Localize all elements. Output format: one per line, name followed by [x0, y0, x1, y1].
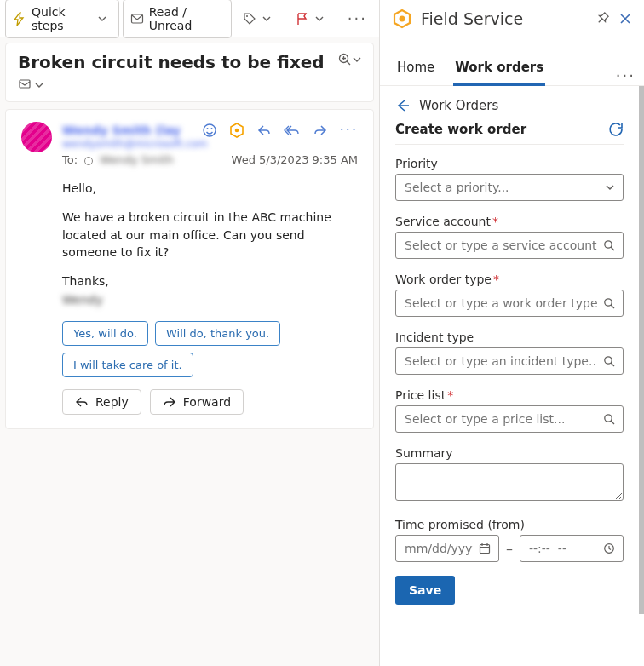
body-paragraph: We have a broken circuit in the ABC mach…: [62, 209, 358, 261]
breadcrumb: Work Orders: [395, 98, 624, 113]
reply-icon[interactable]: [256, 123, 272, 138]
message-timestamp: Wed 5/3/2023 9:35 AM: [232, 153, 358, 166]
toolbar-more-button[interactable]: ···: [341, 4, 374, 32]
chevron-down-icon: [353, 55, 361, 64]
zoom-button[interactable]: [337, 52, 361, 67]
smile-icon[interactable]: [202, 123, 217, 138]
message-card: Wendy Smith (lay: [5, 109, 374, 429]
email-toolbar: Quick steps Read / Unread: [0, 0, 379, 37]
flag-icon: [295, 11, 310, 26]
svg-point-1: [246, 15, 248, 17]
summary-textarea[interactable]: [395, 463, 624, 501]
work-order-type-input[interactable]: [395, 290, 624, 317]
field-service-panel: Field Service ··· Home Work orders Work …: [380, 0, 644, 666]
summary-label: Summary: [395, 446, 624, 460]
chevron-down-icon[interactable]: [35, 81, 50, 89]
lightning-icon: [13, 11, 26, 26]
suggested-reply[interactable]: Will do, thank you.: [155, 321, 280, 346]
sender-email: wendysmith@microsoft.com: [62, 138, 358, 150]
price-list-input[interactable]: [395, 405, 624, 433]
tag-button[interactable]: [235, 6, 285, 32]
tab-home[interactable]: Home: [395, 60, 436, 86]
refresh-icon[interactable]: [608, 122, 624, 137]
time-promised-label: Time promised (from): [395, 518, 624, 531]
back-arrow-icon[interactable]: [395, 98, 411, 113]
forward-button[interactable]: Forward: [150, 389, 244, 415]
email-pane: Quick steps Read / Unread: [0, 0, 380, 666]
subject-title: Broken circuit needs to be fixed: [18, 52, 337, 72]
suggested-replies: Yes, will do. Will do, thank you. I will…: [62, 321, 358, 377]
svg-point-4: [204, 124, 216, 136]
forward-icon[interactable]: [313, 123, 328, 138]
svg-rect-3: [20, 80, 30, 88]
suggested-reply[interactable]: Yes, will do.: [62, 321, 148, 346]
more-icon: ···: [348, 9, 367, 27]
field-service-logo-icon: [392, 9, 412, 29]
panel-title: Field Service: [421, 9, 586, 28]
body-signature: Wendy: [62, 291, 358, 308]
incident-type-label: Incident type: [395, 330, 624, 344]
body-thanks: Thanks,: [62, 273, 358, 290]
create-work-order-title: Create work order: [395, 122, 526, 137]
forward-icon: [163, 395, 176, 409]
incident-type-input[interactable]: [395, 347, 624, 375]
time-promised-time[interactable]: [520, 535, 624, 562]
chevron-down-icon: [98, 14, 112, 23]
tab-work-orders[interactable]: Work orders: [453, 60, 545, 86]
svg-point-10: [400, 16, 405, 22]
mail-icon: [130, 11, 144, 26]
chevron-down-icon: [262, 14, 278, 23]
close-icon[interactable]: [618, 12, 632, 26]
price-list-label: Price list*: [395, 388, 624, 402]
panel-tabs: Home Work orders: [380, 34, 644, 86]
chevron-down-icon: [315, 14, 331, 23]
reply-all-icon[interactable]: [284, 123, 301, 138]
time-promised-date[interactable]: [395, 535, 499, 562]
recipient-presence-icon: [84, 157, 93, 165]
svg-point-6: [210, 128, 212, 129]
svg-point-8: [234, 128, 239, 132]
flag-button[interactable]: [288, 6, 337, 32]
reply-forward-row: Reply Forward: [62, 389, 358, 415]
service-account-input[interactable]: [395, 232, 624, 259]
reply-button[interactable]: Reply: [62, 389, 141, 415]
field-service-hex-icon[interactable]: [229, 123, 244, 138]
magnifier-plus-icon: [337, 52, 353, 67]
panel-more-button[interactable]: ···: [616, 66, 635, 84]
message-more-button[interactable]: ···: [340, 122, 358, 138]
body-greeting: Hello,: [62, 180, 358, 197]
quick-steps-button[interactable]: Quick steps: [5, 0, 119, 38]
priority-select[interactable]: [395, 174, 624, 201]
save-button[interactable]: Save: [395, 576, 455, 605]
message-body: Hello, We have a broken circuit in the A…: [62, 180, 358, 309]
reply-icon: [75, 395, 89, 409]
service-account-label: Service account*: [395, 215, 624, 228]
read-unread-button[interactable]: Read / Unread: [123, 0, 232, 38]
suggested-reply[interactable]: I will take care of it.: [62, 353, 193, 377]
breadcrumb-label: Work Orders: [419, 98, 498, 113]
conversation-icon[interactable]: [18, 78, 33, 93]
time-range-separator: –: [506, 541, 513, 557]
work-order-form: Work Orders Create work order Priority: [380, 86, 644, 614]
svg-point-5: [206, 128, 208, 129]
to-line: To: Wendy Smith: [62, 153, 174, 166]
avatar: [21, 122, 52, 152]
pin-icon[interactable]: [595, 11, 610, 26]
panel-header: Field Service: [380, 0, 644, 34]
read-unread-label: Read / Unread: [149, 5, 224, 32]
tag-icon: [242, 11, 257, 26]
work-order-type-label: Work order type*: [395, 273, 624, 286]
subject-bar: Broken circuit needs to be fixed: [5, 43, 374, 102]
priority-label: Priority: [395, 157, 624, 170]
quick-steps-label: Quick steps: [32, 5, 93, 32]
sender-name: Wendy Smith (lay: [62, 123, 181, 137]
